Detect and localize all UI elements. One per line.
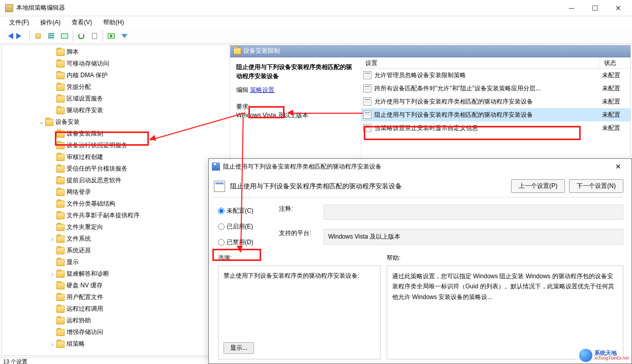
dialog-titlebar[interactable]: 阻止使用与下列设备安装程序类相匹配的驱动程序安装设备 ✕ <box>209 159 631 174</box>
tree-item[interactable]: 提前启动反恶意软件 <box>2 175 230 186</box>
folder-icon <box>56 201 65 208</box>
menu-action[interactable]: 操作(A) <box>35 17 66 28</box>
folder-icon <box>45 119 53 126</box>
tree-expander[interactable]: › <box>48 341 56 347</box>
forward-button[interactable] <box>15 30 27 42</box>
tree-item[interactable]: 脚本 <box>2 46 230 58</box>
play-icon <box>108 34 115 39</box>
tree-item[interactable]: 受信任的平台模块服务 <box>2 163 230 175</box>
tree-item[interactable]: 驱动程序安装 <box>2 105 230 116</box>
radio-enabled-input[interactable] <box>218 223 225 230</box>
tree-expander[interactable]: › <box>48 236 56 242</box>
folder-icon <box>56 95 65 103</box>
settings-row-state: 未配置 <box>600 97 630 106</box>
filmstrip-icon <box>61 34 68 39</box>
tree-item-label: 内核 DMA 保护 <box>67 71 108 80</box>
tree-item-label: 显示 <box>67 258 79 267</box>
tree-item[interactable]: 用户配置文件 <box>2 291 230 303</box>
tree-item-label: 组策略 <box>67 340 85 348</box>
film-button[interactable] <box>58 30 71 42</box>
tree-item[interactable]: 远程协助 <box>2 315 230 326</box>
tree-item-label: 远程协助 <box>67 316 91 325</box>
tree-item-label: 用户配置文件 <box>67 293 103 302</box>
tree-item-label: 硬盘 NV 缓存 <box>67 281 103 290</box>
tree-item[interactable]: ⌄设备安装 <box>2 116 230 128</box>
tree-item[interactable]: ›文件系统 <box>2 233 230 245</box>
menu-help[interactable]: 帮助(H) <box>98 17 129 28</box>
tree-item[interactable]: 凭据分配 <box>2 81 230 93</box>
watermark-globe-icon <box>579 349 592 362</box>
folder-icon <box>56 341 65 348</box>
settings-row[interactable]: 允许管理员忽略设备安装限制策略未配置 <box>361 69 630 82</box>
watermark-line2: XiTongTianDi.net <box>594 356 629 361</box>
folder-icon <box>56 130 65 138</box>
folder-icon <box>56 107 65 114</box>
play-button[interactable] <box>105 30 117 42</box>
status-text: 13 个设置 <box>3 358 27 364</box>
radio-unconfigured-input[interactable] <box>218 208 225 214</box>
radio-disabled[interactable]: 已禁用(D) <box>218 238 269 247</box>
tree-item[interactable]: 审核过程创建 <box>2 151 230 163</box>
tree-panel[interactable]: 脚本可移动存储访问内核 DMA 保护凭据分配区域设置服务驱动程序安装⌄设备安装设… <box>2 45 230 355</box>
radio-enabled[interactable]: 已启用(E) <box>218 222 269 231</box>
settings-row[interactable]: 当策略设置禁止安装时显示自定义信息未配置 <box>361 121 630 135</box>
window-title: 本地组策略编辑器 <box>16 4 560 12</box>
tree-item[interactable]: 设备运行状况证明服务 <box>2 140 230 151</box>
tree-item[interactable]: 增强存储访问 <box>2 326 230 338</box>
minimize-button[interactable]: ─ <box>560 0 583 16</box>
settings-row-label: 允许使用与下列设备安装程序类相匹配的驱动程序安装设备 <box>374 97 533 106</box>
col-state[interactable]: 状态 <box>600 57 630 68</box>
tree-item[interactable]: 网络登录 <box>2 186 230 198</box>
platform-label: 支持的平台: <box>279 229 320 245</box>
edit-label: 编辑 <box>236 86 248 93</box>
up-button[interactable] <box>32 30 44 42</box>
tree-item[interactable]: 文件分类基础结构 <box>2 198 230 210</box>
tree-item-label: 文件系统 <box>67 235 91 243</box>
close-button[interactable]: ✕ <box>607 0 630 16</box>
app-icon <box>5 4 13 12</box>
options-label: 选项: <box>218 254 381 262</box>
folder-icon <box>56 166 65 173</box>
refresh-button[interactable] <box>75 30 87 42</box>
tree-item[interactable]: 可移动存储访问 <box>2 58 230 70</box>
grid-icon <box>48 33 54 39</box>
settings-row[interactable]: 跨所有设备匹配条件对"允许"和"阻止"设备安装策略应用分层...未配置 <box>361 82 630 95</box>
tree-item[interactable]: 文件夹重定向 <box>2 221 230 233</box>
grid-button[interactable] <box>45 30 57 42</box>
radio-disabled-input[interactable] <box>218 239 225 246</box>
settings-row-state: 未配置 <box>600 84 630 93</box>
filter-button[interactable] <box>118 30 131 42</box>
comment-box[interactable] <box>324 205 623 220</box>
settings-row[interactable]: 阻止使用与下列设备安装程序类相匹配的驱动程序安装设备未配置 <box>361 108 630 121</box>
tree-item[interactable]: ›组策略 <box>2 338 230 350</box>
tree-item[interactable]: ›疑难解答和诊断 <box>2 268 230 280</box>
policy-setting-link[interactable]: 策略设置 <box>250 86 274 93</box>
tree-item-label: 远程过程调用 <box>67 305 103 313</box>
dialog-close-button[interactable]: ✕ <box>608 159 628 174</box>
radio-unconfigured[interactable]: 未配置(C) <box>218 207 269 215</box>
tree-item[interactable]: 文件共享影子副本提供程序 <box>2 210 230 221</box>
maximize-button[interactable]: ☐ <box>583 0 607 16</box>
next-setting-button[interactable]: 下一个设置(N) <box>569 179 623 193</box>
tree-item[interactable]: 硬盘 NV 缓存 <box>2 280 230 291</box>
tree-item[interactable]: 内核 DMA 保护 <box>2 70 230 81</box>
show-button[interactable]: 显示... <box>224 342 254 354</box>
help-box: 通过此策略设置，您可以指定 Windows 阻止安装 Windows 的驱动程序… <box>387 266 623 359</box>
col-setting[interactable]: 设置 <box>361 57 600 68</box>
export-button[interactable] <box>88 30 101 42</box>
tree-item[interactable]: 系统还原 <box>2 245 230 256</box>
tree-item[interactable]: 远程过程调用 <box>2 303 230 315</box>
prev-setting-button[interactable]: 上一个设置(P) <box>511 179 565 193</box>
tree-item-label: 受信任的平台模块服务 <box>67 164 128 173</box>
tree-expander[interactable]: ⌄ <box>37 119 45 125</box>
back-button[interactable] <box>2 30 14 42</box>
tree-item[interactable]: 设备安装限制 <box>2 128 230 140</box>
policy-icon <box>363 111 371 119</box>
tree-expander[interactable]: › <box>48 271 56 277</box>
menu-file[interactable]: 文件(F) <box>4 17 34 28</box>
tree-item[interactable]: 区域设置服务 <box>2 93 230 105</box>
menu-view[interactable]: 查看(V) <box>67 17 97 28</box>
tree-item[interactable]: 显示 <box>2 256 230 268</box>
tree-item-label: 设备运行状况证明服务 <box>67 141 128 150</box>
settings-row[interactable]: 允许使用与下列设备安装程序类相匹配的驱动程序安装设备未配置 <box>361 95 630 108</box>
